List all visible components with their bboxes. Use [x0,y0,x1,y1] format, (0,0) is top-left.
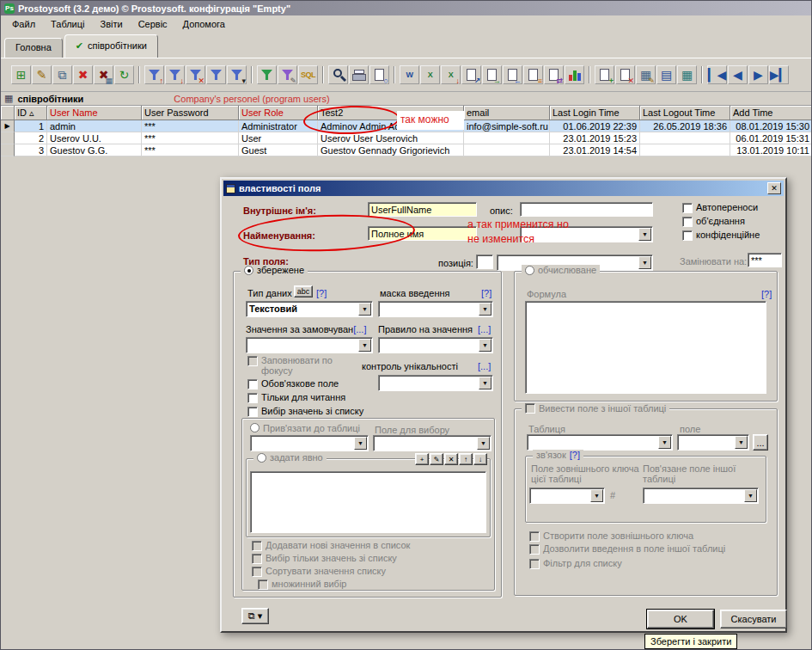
field-combo[interactable]: ▼ [677,434,749,451]
column-header[interactable]: Add Time [730,106,812,120]
tab-home[interactable]: Головна [4,38,63,58]
calculated-radio[interactable]: обчислюване [522,265,600,275]
duplicate-record-icon[interactable]: ⧉ [52,65,72,84]
attach-file-icon[interactable]: + [595,65,614,84]
value-rule-combo[interactable]: ▼ [378,337,493,353]
sort-desc-icon[interactable]: ↓ [165,65,185,84]
explicit-values-radio[interactable]: задати явно [253,452,327,463]
add-new-values-checkbox[interactable]: Додавати нові значення в список [252,540,410,551]
autowrap-checkbox[interactable]: Автопереноси [682,202,758,213]
show-field-other-table-checkbox[interactable]: Вивести поле з іншої таблиці [522,402,669,414]
related-field-combo[interactable]: ▼ [643,488,759,504]
dialog-title-bar[interactable]: властивості поля ✕ [223,181,784,196]
refresh-icon[interactable]: ↻ [114,65,134,84]
print-icon[interactable] [349,65,369,84]
remove-file-icon[interactable]: ✕ [615,65,635,84]
create-fk-checkbox[interactable]: Створити поле зовнішнього ключа [529,530,693,542]
required-checkbox[interactable]: Обов'язкове поле [247,378,339,389]
chevron-down-icon[interactable]: ▼ [354,437,367,450]
filter-menu-icon[interactable]: ▾ [227,65,247,84]
tab-employees[interactable]: ✔ співробітники [64,34,158,58]
list-move-down-button[interactable]: ↓ [473,453,487,465]
explicit-values-listbox[interactable] [250,471,486,533]
data-type-combo[interactable]: Текстовий ▼ [246,301,373,317]
pick-from-list-checkbox[interactable]: Вибір значень зі списку [247,406,363,417]
chevron-down-icon[interactable]: ▼ [479,303,491,316]
fill-on-focus-checkbox[interactable]: Заповнювати пофокусу [247,355,333,376]
unique-control-combo[interactable]: ▼ [378,375,493,391]
column-header[interactable]: ID ▵ [15,106,47,120]
table-combo[interactable]: ▼ [527,434,673,451]
cancel-button[interactable]: Скасувати [720,610,787,629]
table-row[interactable]: 2Userov U.U.***UserUserov User Userovich… [1,132,811,144]
list-add-button[interactable]: + [415,453,429,465]
chevron-down-icon[interactable]: ▼ [638,228,651,241]
merge-data-icon[interactable]: ⇄ [544,65,564,84]
edit-record-icon[interactable]: ✎ [32,65,52,84]
multi-select-checkbox[interactable]: множинний вибір [258,579,346,590]
copy-properties-button[interactable]: ⧉▾ [241,608,269,624]
form-view-icon[interactable]: ▤ [656,65,676,84]
input-mask-help-link[interactable]: [?] [481,288,491,298]
menu-reports[interactable]: Звіти [93,16,131,32]
sql-filter-icon[interactable]: SQL [298,65,318,84]
formula-textarea[interactable] [525,301,766,394]
chevron-down-icon[interactable]: ▼ [479,339,491,352]
menu-help[interactable]: Допомога [175,16,233,32]
next-record-icon[interactable]: ▶ [748,65,768,84]
readonly-checkbox[interactable]: Тільки для читання [247,392,345,403]
export-word-icon[interactable]: W [400,65,419,84]
confidential-checkbox[interactable]: конфіденційне [682,230,760,241]
import-excel-icon[interactable]: X↓ [441,65,461,84]
filter-clear-icon[interactable]: ✕ [186,65,205,84]
pick-field-combo[interactable]: ▼ [373,435,491,451]
chevron-down-icon[interactable]: ▼ [744,489,757,502]
data-type-help-link[interactable]: [?] [316,288,327,298]
import-file-icon[interactable]: ← [503,65,522,84]
allow-input-checkbox[interactable]: Дозволити введення в поле іншої таблиці [529,543,725,555]
replace-with-input[interactable]: *** [748,253,782,267]
default-value-combo[interactable]: ▼ [246,337,373,353]
filter-by-selection-icon[interactable] [257,65,277,84]
description-input[interactable] [520,202,653,217]
only-list-values-checkbox[interactable]: Вибір тільки значень зі списку [252,553,397,564]
column-header[interactable]: email [464,106,550,120]
table-structure-icon[interactable]: ▦ [677,65,697,84]
browse-button[interactable]: ... [753,434,768,451]
fk-field-combo[interactable]: ▼ [529,488,605,504]
chart-icon[interactable] [565,65,584,84]
chevron-down-icon[interactable]: ▼ [658,436,671,449]
export-file-icon[interactable]: → [482,65,502,84]
chevron-down-icon[interactable]: ▼ [477,437,490,450]
close-icon[interactable]: ✕ [767,182,781,194]
column-header[interactable]: User Password [142,106,239,120]
column-header[interactable]: Last Logout Time [640,106,730,120]
formula-help-link[interactable]: [?] [761,289,772,299]
value-rule-more-link[interactable]: [...] [478,324,491,334]
chevron-down-icon[interactable]: ▼ [638,256,651,269]
title-bar[interactable]: Ps Prostoysoft (3.2 демо) © Prostoysoft.… [1,1,811,15]
filter-edit-icon[interactable]: ✎ [278,65,297,84]
last-record-icon[interactable]: ▶▎ [769,65,789,84]
export-excel-icon[interactable]: X [420,65,440,84]
column-header[interactable]: User Name [47,106,142,120]
chevron-down-icon[interactable]: ▼ [590,489,603,502]
list-delete-button[interactable]: ✕ [444,453,458,465]
merge-checkbox[interactable]: об'єднання [682,216,745,227]
search-icon[interactable] [328,65,348,84]
sort-asc-icon[interactable]: ↑ [144,65,164,84]
export-xml-icon[interactable]: ≡ [523,65,543,84]
prev-record-icon[interactable]: ◀ [728,65,748,84]
chevron-down-icon[interactable]: ▼ [479,377,491,389]
table-row[interactable]: 3Guestov G.G.***GuestGuestov Gennady Gri… [1,144,811,156]
menu-tables[interactable]: Таблиці [43,16,92,32]
position-input[interactable] [476,254,493,269]
menu-file[interactable]: Файл [4,16,43,32]
chevron-down-icon[interactable]: ▼ [358,303,371,316]
sort-list-checkbox[interactable]: Сортувати значення списку [252,566,386,577]
input-mask-combo[interactable]: ▼ [378,301,493,317]
delete-all-records-icon[interactable]: ✖▦ [94,65,113,84]
column-header[interactable]: Last Login Time [550,106,640,120]
ok-button[interactable]: OK [647,610,714,629]
link-help-link[interactable]: [?] [570,450,580,460]
